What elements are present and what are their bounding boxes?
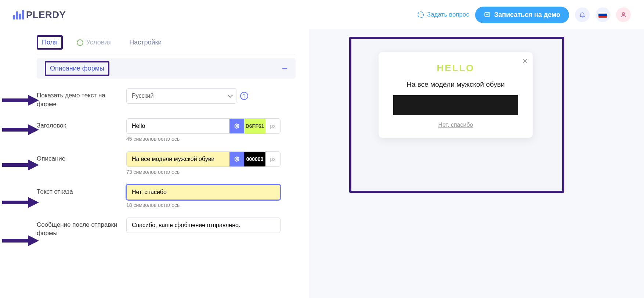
svg-point-1: [622, 12, 625, 15]
preview-popup: × HELLO На все модели мужской обуви Нет,…: [379, 52, 533, 138]
label-title: Заголовок: [37, 118, 117, 130]
editor-panel: Поля Условия Настройки Описание формы − …: [0, 29, 309, 298]
refuse-helper: 18 символов осталось: [126, 202, 281, 208]
language-button[interactable]: [596, 7, 610, 22]
notifications-button[interactable]: [575, 7, 590, 22]
logo-icon: [13, 10, 24, 19]
logo-text: PLERDY: [26, 9, 66, 21]
profile-button[interactable]: [616, 7, 631, 22]
description-input[interactable]: [127, 152, 229, 166]
preview-refuse-link[interactable]: Нет, спасибо: [387, 122, 524, 128]
language-value[interactable]: [126, 88, 236, 104]
chart-icon: [484, 11, 491, 18]
tab-fields[interactable]: Поля: [37, 35, 63, 50]
ask-label: Задать вопрос: [427, 11, 469, 18]
title-helper: 45 символов осталось: [126, 136, 281, 142]
description-px-unit: px: [265, 152, 280, 166]
tab-conditions[interactable]: Условия: [73, 37, 115, 48]
title-input[interactable]: [127, 119, 229, 133]
demo-label: Записаться на демо: [494, 11, 560, 19]
tabs: Поля Условия Настройки: [37, 35, 296, 54]
bell-icon: [579, 11, 586, 18]
accordion-header[interactable]: Описание формы −: [37, 58, 296, 79]
label-refuse: Текст отказа: [37, 184, 117, 196]
description-settings-button[interactable]: [229, 152, 244, 166]
logo[interactable]: PLERDY: [13, 9, 66, 21]
svg-point-2: [236, 125, 238, 127]
header-actions: Задать вопрос Записаться на демо: [417, 7, 631, 23]
label-description: Описание: [37, 151, 117, 163]
preview-description: На все модели мужской обуви: [387, 80, 524, 89]
label-demo-text: Показать демо текст на форме: [37, 88, 117, 109]
lifebuoy-icon: [417, 11, 424, 18]
svg-point-3: [236, 158, 238, 160]
preview-panel: × HELLO На все модели мужской обуви Нет,…: [309, 29, 644, 298]
language-select[interactable]: [126, 88, 236, 104]
description-input-group: 000000 px: [126, 151, 281, 167]
after-send-input[interactable]: [126, 218, 281, 233]
text-cursor-icon: [178, 222, 178, 229]
accordion-title: Описание формы: [45, 61, 109, 76]
gear-icon: [234, 156, 240, 162]
gear-icon: [234, 123, 240, 129]
title-color-swatch[interactable]: D6FF61: [244, 119, 265, 133]
description-color-swatch[interactable]: 000000: [244, 152, 265, 166]
close-icon[interactable]: ×: [522, 56, 528, 66]
tab-settings[interactable]: Настройки: [126, 37, 165, 48]
warning-icon: [77, 39, 83, 46]
collapse-icon[interactable]: −: [282, 63, 287, 74]
form-area: Показать демо текст на форме ? Заголовок: [37, 88, 296, 247]
ask-question-link[interactable]: Задать вопрос: [417, 11, 469, 18]
flag-ru-icon: [598, 12, 607, 18]
label-after-send: Сообщение после отправки формы: [37, 218, 117, 238]
preview-title: HELLO: [387, 62, 524, 74]
help-icon[interactable]: ?: [240, 92, 248, 100]
preview-frame: × HELLO На все модели мужской обуви Нет,…: [349, 37, 564, 193]
book-demo-button[interactable]: Записаться на демо: [475, 7, 569, 23]
tab-conditions-label: Условия: [86, 39, 112, 46]
description-helper: 73 символов осталось: [126, 169, 281, 175]
preview-button-placeholder: [393, 95, 518, 115]
title-input-group: D6FF61 px: [126, 118, 281, 134]
refuse-input[interactable]: [126, 184, 281, 200]
user-icon: [620, 11, 627, 18]
topbar: PLERDY Задать вопрос Записаться на демо: [0, 0, 644, 29]
title-settings-button[interactable]: [229, 119, 244, 133]
title-px-unit: px: [265, 119, 280, 133]
